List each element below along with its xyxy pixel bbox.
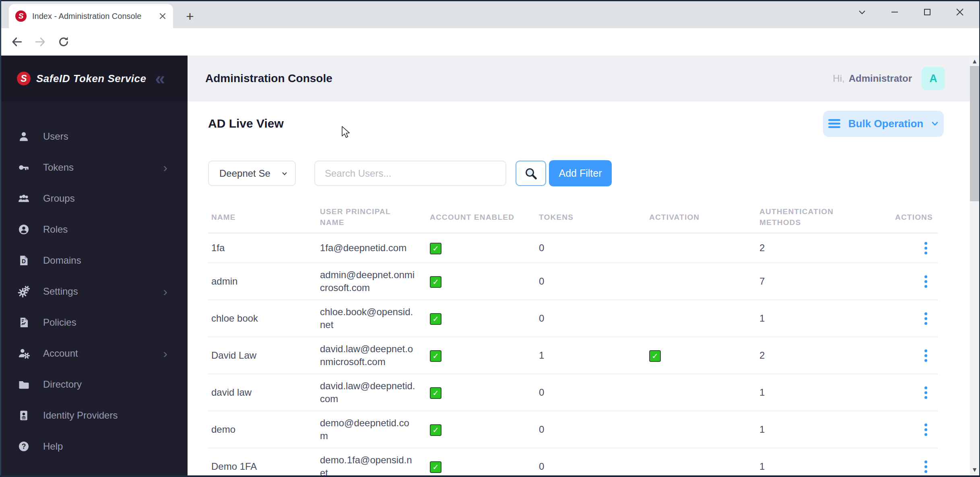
reload-icon[interactable] — [57, 35, 70, 48]
activation-checkbox[interactable]: ✓ — [649, 350, 661, 362]
row-actions-kebab-icon[interactable] — [923, 385, 929, 401]
tokens-count: 0 — [536, 236, 646, 260]
row-actions-kebab-icon[interactable] — [923, 459, 929, 475]
auth-methods-count: 1 — [756, 455, 892, 475]
account-enabled-checkbox[interactable]: ✓ — [430, 243, 442, 254]
page-header-title: Administration Console — [205, 72, 332, 85]
scroll-down-icon[interactable]: ▼ — [970, 465, 979, 475]
page-scrollbar[interactable]: ▲ ▼ — [970, 56, 979, 475]
sidebar-item-identity-providers[interactable]: Identity Providers — [0, 400, 188, 431]
account-enabled-checkbox[interactable]: ✓ — [430, 350, 442, 362]
activation-checkbox-cell — [646, 276, 756, 287]
back-icon[interactable] — [10, 35, 23, 48]
auth-methods-count: 2 — [756, 236, 892, 260]
row-actions-kebab-icon[interactable] — [923, 240, 929, 256]
account-gear-icon — [18, 347, 30, 359]
key-icon — [18, 161, 30, 173]
avatar[interactable]: A — [922, 67, 945, 90]
sidebar-item-label: Directory — [43, 379, 82, 390]
sidebar-item-tokens[interactable]: Tokens› — [0, 152, 188, 183]
account-enabled-checkbox-cell: ✓ — [427, 418, 536, 441]
sidebar-item-roles[interactable]: Roles — [0, 214, 188, 245]
table-row: 1fa1fa@deepnetid.com✓02 — [208, 233, 938, 263]
add-filter-button[interactable]: Add Filter — [549, 160, 612, 186]
close-button[interactable] — [943, 1, 976, 23]
user-name: 1fa — [208, 236, 317, 260]
sidebar-item-label: Roles — [43, 224, 68, 235]
column-header: ACCOUNT ENABLED — [427, 212, 536, 223]
chevron-right-icon: › — [163, 163, 167, 172]
user-principal-name: demo@deepnetid.com — [317, 411, 416, 448]
svg-text:?: ? — [22, 442, 26, 450]
help-icon: ? — [18, 440, 30, 452]
user-principal-name: admin@deepnet.onmicrosoft.com — [317, 263, 416, 299]
account-enabled-checkbox[interactable]: ✓ — [430, 461, 442, 473]
table-row: david lawdavid.law@deepnetid.com✓01 — [208, 374, 938, 411]
window-border-bottom — [0, 475, 980, 477]
brand-name: SafeID Token Service — [36, 72, 146, 85]
identity-source-select[interactable]: Deepnet Se — [208, 161, 296, 186]
account-enabled-checkbox[interactable]: ✓ — [430, 387, 442, 399]
row-actions-kebab-icon[interactable] — [923, 348, 929, 363]
scroll-up-icon[interactable]: ▲ — [970, 56, 979, 66]
table-body: 1fa1fa@deepnetid.com✓02adminadmin@deepne… — [208, 233, 938, 475]
activation-checkbox-cell — [646, 461, 756, 472]
sidebar-item-help[interactable]: ?Help — [0, 431, 188, 462]
column-header: TOKENS — [536, 212, 646, 223]
account-enabled-checkbox[interactable]: ✓ — [430, 313, 442, 325]
minimize-button[interactable] — [878, 1, 911, 23]
sidebar-item-directory[interactable]: Directory — [0, 369, 188, 400]
account-enabled-checkbox[interactable]: ✓ — [430, 276, 442, 288]
bulk-operation-button[interactable]: Bulk Operation — [823, 111, 944, 137]
new-tab-button[interactable]: + — [182, 8, 198, 24]
sidebar-item-groups[interactable]: Groups — [0, 183, 188, 214]
forward-icon[interactable] — [34, 35, 47, 48]
sidebar-item-policies[interactable]: Policies — [0, 307, 188, 338]
row-actions-kebab-icon[interactable] — [923, 422, 929, 438]
maximize-button[interactable] — [911, 1, 943, 23]
browser-titlebar: S Index - Administration Console + — [0, 0, 980, 28]
actions-cell — [892, 268, 938, 295]
sidebar-item-label: Settings — [43, 286, 78, 297]
safeid-favicon-icon: S — [15, 10, 27, 22]
table-row: chloe bookchloe.book@opensid.net✓01 — [208, 300, 938, 337]
window-border-top — [0, 0, 980, 1]
sidebar-item-label: Policies — [43, 317, 76, 328]
gears-icon — [18, 285, 30, 297]
role-icon — [18, 223, 30, 235]
user-principal-name: demo.1fa@opensid.net — [317, 448, 416, 475]
actions-cell — [892, 343, 938, 369]
table-header-row: NAMEUSER PRINCIPAL NAMEACCOUNT ENABLEDTO… — [208, 201, 938, 233]
scrollbar-thumb[interactable] — [970, 66, 979, 201]
sidebar-item-domains[interactable]: DDomains — [0, 245, 188, 276]
column-header: AUTHENTICATION METHODS — [756, 206, 892, 228]
account-enabled-checkbox-cell: ✓ — [427, 307, 536, 330]
user-name: david law — [208, 381, 317, 404]
magnifier-icon — [524, 166, 538, 181]
activation-checkbox-cell: ✓ — [646, 344, 756, 367]
row-actions-kebab-icon[interactable] — [923, 311, 929, 326]
sidebar-collapse-icon[interactable]: « — [155, 72, 165, 85]
sidebar-item-account[interactable]: Account› — [0, 338, 188, 369]
activation-checkbox-cell — [646, 313, 756, 324]
search-button[interactable] — [516, 161, 546, 186]
sidebar: S SafeID Token Service « UsersTokens›Gro… — [0, 56, 188, 475]
sidebar-item-settings[interactable]: Settings› — [0, 276, 188, 307]
users-table: NAMEUSER PRINCIPAL NAMEACCOUNT ENABLEDTO… — [208, 201, 938, 475]
policy-icon — [18, 316, 30, 328]
browser-toolbar: admin.safeid.io/Users/AzureAd/Index?iden… — [0, 28, 980, 56]
account-enabled-checkbox-cell: ✓ — [427, 236, 536, 260]
select-chevron-icon — [281, 169, 289, 178]
row-actions-kebab-icon[interactable] — [923, 274, 929, 289]
browser-tab[interactable]: S Index - Administration Console — [9, 4, 173, 28]
browser-window: S Index - Administration Console + — [0, 0, 980, 477]
user-principal-name: david.law@deepnetid.com — [317, 374, 416, 411]
sidebar-item-label: Groups — [43, 193, 75, 204]
tab-search-chevron-icon[interactable] — [846, 1, 878, 23]
sidebar-item-label: Users — [43, 131, 68, 142]
sidebar-item-users[interactable]: Users — [0, 121, 188, 152]
account-enabled-checkbox-cell: ✓ — [427, 381, 536, 404]
search-users-input[interactable] — [314, 161, 506, 186]
tab-close-icon[interactable] — [159, 12, 167, 20]
account-enabled-checkbox[interactable]: ✓ — [430, 424, 442, 436]
